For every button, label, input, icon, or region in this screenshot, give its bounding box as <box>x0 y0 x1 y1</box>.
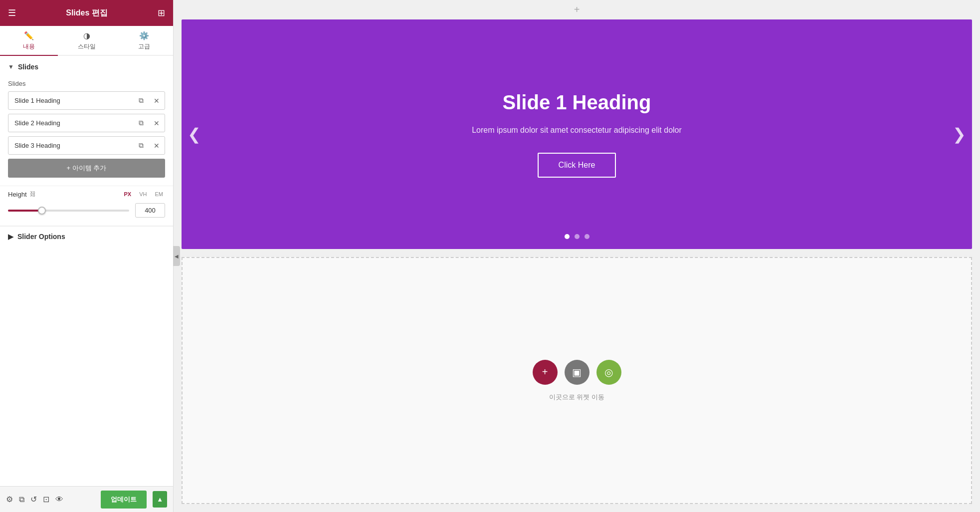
unit-vh[interactable]: VH <box>137 190 149 198</box>
slider-options-section: ▶ Slider Options <box>0 226 173 247</box>
unit-px[interactable]: PX <box>122 190 134 198</box>
slide-prev-button[interactable]: ❮ <box>182 125 207 144</box>
slide-1-input[interactable] <box>8 92 134 109</box>
slider-options-header[interactable]: ▶ Slider Options <box>8 233 165 241</box>
slider-fill <box>8 210 42 212</box>
hamburger-icon[interactable]: ☰ <box>8 7 16 18</box>
slide-dot-1[interactable] <box>565 234 570 239</box>
height-label-row: Height ⛓ PX VH EM <box>8 190 165 198</box>
height-text: Height <box>8 191 27 198</box>
slide-dot-3[interactable] <box>585 234 589 239</box>
sidebar-title: Slides 편집 <box>66 8 108 18</box>
link-icon: ⛓ <box>30 191 36 198</box>
slider-thumb[interactable] <box>38 207 46 215</box>
add-section-icon[interactable]: + <box>574 4 580 15</box>
chevron-right-icon: ▶ <box>8 233 13 241</box>
main-content: + Slide 1 Heading Lorem ipsum dolor sit … <box>174 0 980 512</box>
height-label: Height ⛓ <box>8 191 36 198</box>
sidebar: ☰ Slides 편집 ⊞ ✏️ 내용 ◑ 스타일 ⚙️ 고급 ▼ Slides… <box>0 0 174 512</box>
height-input[interactable] <box>135 203 165 218</box>
slides-label: Slides <box>0 78 173 91</box>
slide-3-duplicate-button[interactable]: ⧉ <box>134 137 149 154</box>
slide-1-remove-button[interactable]: ✕ <box>149 93 165 109</box>
move-widget-button[interactable]: ▣ <box>565 360 589 385</box>
bottom-toolbar: ⚙ ⧉ ↺ ⊡ 👁 업데이트 ▲ <box>0 486 173 512</box>
slides-section-title: Slides <box>18 63 38 71</box>
slide-dots <box>565 234 589 239</box>
slide-3-remove-button[interactable]: ✕ <box>149 138 165 154</box>
tab-style-label: 스타일 <box>78 42 96 51</box>
add-item-label: + 아이템 추가 <box>67 164 107 173</box>
chevron-down-icon: ▼ <box>8 63 14 70</box>
settings-icon[interactable]: ⚙ <box>6 495 13 504</box>
add-widget-button[interactable]: + <box>533 360 558 385</box>
responsive-icon[interactable]: ⊡ <box>43 495 49 504</box>
slide-dot-2[interactable] <box>575 234 580 239</box>
slide-1-duplicate-button[interactable]: ⧉ <box>134 92 149 109</box>
update-dropdown-button[interactable]: ▲ <box>153 491 167 508</box>
add-item-button[interactable]: + 아이템 추가 <box>8 159 165 178</box>
tab-content[interactable]: ✏️ 내용 <box>0 26 58 56</box>
empty-section: + ▣ ◎ 이곳으로 위젯 이동 <box>182 257 972 504</box>
height-section: Height ⛓ PX VH EM <box>0 186 173 226</box>
collapse-sidebar-button[interactable]: ◀ <box>173 246 180 266</box>
slide-2-input[interactable] <box>8 114 134 132</box>
update-button[interactable]: 업데이트 <box>101 491 147 509</box>
history-icon[interactable]: ↺ <box>30 495 37 504</box>
slider-widget: Slide 1 Heading Lorem ipsum dolor sit am… <box>182 19 972 249</box>
slide-3-input[interactable] <box>8 137 134 154</box>
sidebar-content: ▼ Slides Slides ⧉ ✕ ⧉ ✕ ⧉ ✕ + 아이템 추가 <box>0 56 173 487</box>
layers-icon[interactable]: ⧉ <box>19 495 24 504</box>
slide-next-button[interactable]: ❯ <box>947 125 972 144</box>
slide-cta-button[interactable]: Click Here <box>538 153 616 178</box>
height-slider-row <box>8 203 165 218</box>
slide-item-2: ⧉ ✕ <box>8 114 165 132</box>
slider-widget-inner: Slide 1 Heading Lorem ipsum dolor sit am… <box>182 19 972 249</box>
slide-2-duplicate-button[interactable]: ⧉ <box>134 115 149 131</box>
sidebar-tabs: ✏️ 내용 ◑ 스타일 ⚙️ 고급 <box>0 26 173 56</box>
empty-section-label: 이곳으로 위젯 이동 <box>549 393 604 402</box>
unit-tabs: PX VH EM <box>122 190 165 198</box>
tab-advanced[interactable]: ⚙️ 고급 <box>115 26 173 56</box>
slide-item-3: ⧉ ✕ <box>8 136 165 155</box>
slides-section-header[interactable]: ▼ Slides <box>0 56 173 78</box>
slide-description: Lorem ipsum dolor sit amet consectetur a… <box>472 126 682 135</box>
grid-icon[interactable]: ⊞ <box>158 7 165 18</box>
height-slider[interactable] <box>8 210 129 212</box>
pencil-icon: ✏️ <box>24 31 34 40</box>
slide-2-remove-button[interactable]: ✕ <box>149 115 165 131</box>
slide-heading: Slide 1 Heading <box>503 91 651 114</box>
slider-options-title: Slider Options <box>17 233 65 241</box>
sidebar-header: ☰ Slides 편집 ⊞ <box>0 0 173 26</box>
empty-section-actions: + ▣ ◎ <box>533 360 621 385</box>
slide-item-1: ⧉ ✕ <box>8 91 165 110</box>
visibility-icon[interactable]: 👁 <box>55 495 63 504</box>
paste-widget-button[interactable]: ◎ <box>596 360 621 385</box>
add-section-bar[interactable]: + <box>174 0 980 19</box>
tab-advanced-label: 고급 <box>138 42 150 51</box>
unit-em[interactable]: EM <box>153 190 166 198</box>
tab-style[interactable]: ◑ 스타일 <box>58 26 116 56</box>
style-icon: ◑ <box>83 31 90 40</box>
gear-icon: ⚙️ <box>139 31 149 40</box>
tab-content-label: 내용 <box>23 42 35 51</box>
